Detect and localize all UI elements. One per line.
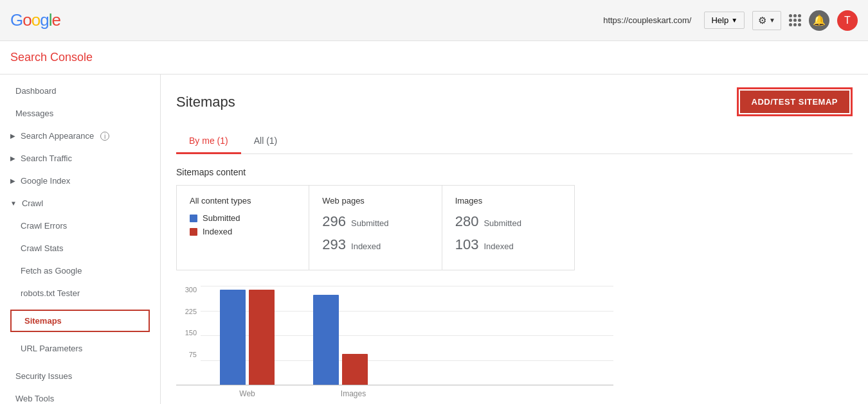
apps-icon[interactable]: [789, 14, 801, 26]
sidebar-item-sitemaps[interactable]: Sitemaps: [10, 310, 150, 332]
sidebar-label-google-index: Google Index: [21, 176, 70, 186]
layout: Dashboard Messages ▶ Search Appearance i…: [0, 75, 868, 404]
chevron-down-icon: ▼: [731, 17, 737, 24]
sidebar: Dashboard Messages ▶ Search Appearance i…: [0, 75, 161, 404]
card-web-pages-title: Web pages: [322, 196, 428, 206]
sidebar-item-google-index[interactable]: ▶ Google Index: [0, 170, 160, 192]
sidebar-label-sitemaps: Sitemaps: [24, 316, 62, 326]
content-cards: All content types Submitted Indexed Web …: [176, 185, 575, 270]
images-submitted-label: Submitted: [484, 218, 521, 228]
images-indexed-bar: [342, 354, 368, 385]
sidebar-item-fetch-as-google[interactable]: Fetch as Google: [0, 259, 160, 282]
legend-submitted-label: Submitted: [203, 213, 240, 223]
submitted-color-swatch: [190, 215, 197, 222]
sidebar-item-web-tools[interactable]: Web Tools: [0, 387, 160, 404]
web-bars: [220, 290, 275, 385]
header-right: https://coupleskart.com/ Help ▼ ⚙ ▼ 🔔 T: [603, 10, 858, 31]
sidebar-label-web-tools: Web Tools: [15, 394, 54, 403]
sidebar-label-crawl: Crawl: [22, 198, 43, 208]
help-label: Help: [711, 15, 728, 25]
sidebar-label-search-traffic: Search Traffic: [21, 154, 72, 163]
legend-indexed-label: Indexed: [203, 227, 232, 236]
sidebar-label-messages: Messages: [15, 109, 53, 118]
sidebar-label-security-issues: Security Issues: [15, 371, 72, 381]
grid-line-top: [201, 286, 613, 286]
y-label-300: 300: [185, 286, 197, 294]
sidebar-item-sitemaps-wrapper: Sitemaps: [5, 304, 155, 337]
card-all-content-title: All content types: [190, 196, 296, 206]
arrow-icon-search-appearance: ▶: [10, 132, 15, 139]
header: Google https://coupleskart.com/ Help ▼ ⚙…: [0, 0, 868, 41]
arrow-icon-google-index: ▶: [10, 177, 15, 184]
card-images-title: Images: [455, 196, 561, 206]
web-indexed-stat: 293 Indexed: [322, 236, 428, 253]
sub-header: Search Console: [0, 41, 868, 75]
indexed-color-swatch: [190, 228, 197, 236]
sidebar-label-dashboard: Dashboard: [15, 86, 57, 96]
page-header: Sitemaps ADD/TEST SITEMAP: [176, 87, 853, 116]
legend-submitted: Submitted: [190, 213, 296, 223]
web-indexed-label: Indexed: [351, 242, 381, 251]
sidebar-label-crawl-stats: Crawl Stats: [21, 243, 63, 253]
card-images: Images 280 Submitted 103 Indexed: [442, 186, 574, 270]
images-indexed-label: Indexed: [484, 242, 513, 251]
sidebar-label-search-appearance: Search Appearance: [21, 131, 94, 141]
sidebar-item-search-appearance[interactable]: ▶ Search Appearance i: [0, 125, 160, 147]
sidebar-item-url-parameters[interactable]: URL Parameters: [0, 337, 160, 360]
gear-icon: ⚙: [758, 15, 766, 26]
sidebar-item-messages[interactable]: Messages: [0, 102, 160, 125]
sidebar-item-crawl[interactable]: ▼ Crawl: [0, 192, 160, 215]
add-test-sitemap-button[interactable]: ADD/TEST SITEMAP: [740, 91, 849, 113]
y-axis: 300 225 150 75: [176, 286, 201, 372]
y-label-75: 75: [189, 351, 197, 358]
arrow-icon-crawl: ▼: [10, 200, 17, 207]
sidebar-label-url-parameters: URL Parameters: [21, 344, 82, 353]
x-label-web: Web: [220, 389, 275, 398]
sidebar-label-fetch-as-google: Fetch as Google: [21, 266, 82, 276]
notifications-icon[interactable]: 🔔: [809, 10, 829, 31]
sidebar-item-crawl-errors[interactable]: Crawl Errors: [0, 215, 160, 237]
bars-section: [201, 290, 613, 385]
tab-all[interactable]: All (1): [241, 129, 291, 154]
y-label-150: 150: [185, 329, 197, 337]
bar-chart: 300 225 150 75: [176, 286, 613, 398]
sidebar-item-crawl-stats[interactable]: Crawl Stats: [0, 237, 160, 259]
y-label-225: 225: [185, 308, 197, 315]
avatar[interactable]: T: [837, 10, 858, 31]
page-title: Sitemaps: [176, 94, 235, 110]
sidebar-item-search-traffic[interactable]: ▶ Search Traffic: [0, 147, 160, 170]
site-url: https://coupleskart.com/: [603, 15, 691, 25]
images-bars: [313, 295, 368, 385]
images-submitted-bar: [313, 295, 339, 385]
images-indexed-number: 103: [455, 236, 479, 253]
main-content: Sitemaps ADD/TEST SITEMAP By me (1) All …: [161, 75, 868, 404]
card-all-content: All content types Submitted Indexed: [177, 186, 309, 270]
arrow-icon-search-traffic: ▶: [10, 155, 15, 162]
tabs: By me (1) All (1): [176, 129, 853, 154]
sidebar-item-robots-txt[interactable]: robots.txt Tester: [0, 282, 160, 304]
web-submitted-stat: 296 Submitted: [322, 213, 428, 230]
images-submitted-number: 280: [455, 213, 479, 230]
web-indexed-bar: [249, 290, 275, 385]
chart-inner: [201, 286, 613, 385]
web-submitted-number: 296: [322, 213, 346, 230]
settings-button[interactable]: ⚙ ▼: [752, 11, 781, 30]
card-web-pages: Web pages 296 Submitted 293 Indexed: [309, 186, 442, 270]
x-label-images: Images: [326, 389, 381, 398]
help-button[interactable]: Help ▼: [704, 12, 745, 29]
section-title: Sitemaps content: [176, 167, 853, 177]
sidebar-item-security-issues[interactable]: Security Issues: [0, 365, 160, 387]
search-console-title: Search Console: [10, 51, 93, 64]
web-indexed-number: 293: [322, 236, 346, 253]
sidebar-item-dashboard[interactable]: Dashboard: [0, 80, 160, 102]
chart-grid: 300 225 150 75: [176, 286, 613, 385]
web-submitted-label: Submitted: [351, 218, 389, 228]
google-logo: Google: [10, 10, 60, 30]
images-submitted-stat: 280 Submitted: [455, 213, 561, 230]
web-submitted-bar: [220, 290, 246, 385]
add-test-button-wrapper: ADD/TEST SITEMAP: [737, 87, 853, 116]
x-axis: Web Images: [201, 385, 638, 398]
tab-by-me[interactable]: By me (1): [176, 129, 241, 154]
sidebar-label-crawl-errors: Crawl Errors: [21, 221, 67, 231]
settings-chevron-icon: ▼: [769, 17, 775, 24]
